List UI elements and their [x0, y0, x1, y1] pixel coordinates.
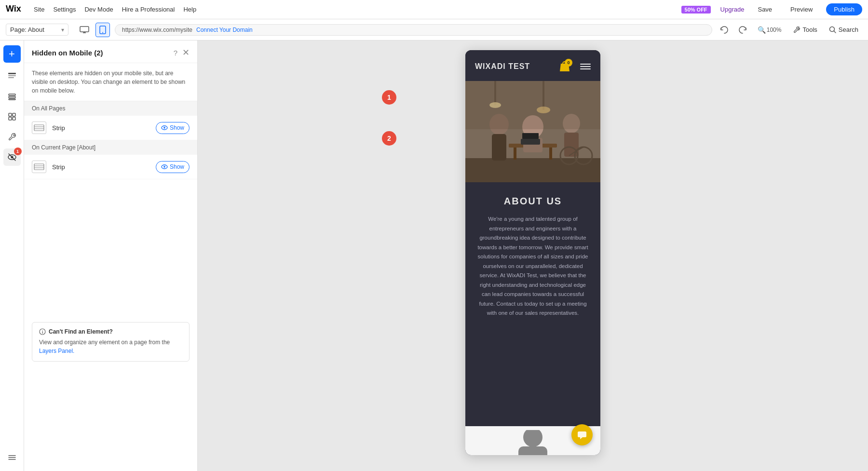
- url-text: https://www.wix.com/mysite: [122, 27, 192, 33]
- strip-name-1: Strip: [52, 124, 150, 132]
- panel-scroll-area: On All Pages Strip: [24, 101, 197, 471]
- show-button-1[interactable]: Show: [156, 122, 190, 134]
- nav-hire[interactable]: Hire a Professional: [122, 6, 175, 13]
- panel-header: Hidden on Mobile (2) ? ✕: [24, 40, 197, 63]
- svg-text:Wix: Wix: [6, 4, 21, 13]
- show-button-2[interactable]: Show: [156, 161, 190, 173]
- svg-rect-15: [13, 113, 15, 116]
- left-sidebar: +: [0, 40, 24, 471]
- section-current-page: On Current Page [About]: [24, 140, 197, 155]
- mobile-hero-image: [465, 81, 600, 182]
- device-icons: [76, 23, 110, 37]
- menu-bar-3: [580, 68, 591, 69]
- menu-bar-1: [580, 64, 591, 65]
- badge-2: 2: [382, 131, 396, 146]
- tools-button[interactable]: Tools: [789, 24, 821, 36]
- layers-panel-link[interactable]: Layers Panel.: [39, 348, 74, 354]
- show-label-1: Show: [170, 124, 184, 131]
- strip-element-icon-2: [32, 161, 46, 173]
- panel-description: These elements are hidden on your mobile…: [24, 63, 197, 101]
- sidebar-item-layers[interactable]: [3, 88, 21, 105]
- svg-rect-52: [522, 133, 539, 139]
- help-icon[interactable]: ?: [174, 49, 177, 57]
- mobile-icon[interactable]: [95, 23, 110, 37]
- svg-rect-41: [465, 158, 600, 182]
- chat-button[interactable]: [571, 424, 593, 445]
- svg-rect-51: [521, 139, 540, 145]
- svg-rect-24: [34, 125, 44, 131]
- svg-rect-9: [8, 75, 16, 76]
- hidden-badge: 1: [14, 148, 22, 155]
- connect-domain-link[interactable]: Connect Your Domain: [196, 27, 253, 33]
- sidebar-item-hidden[interactable]: 1: [3, 148, 21, 166]
- strip-item-current-page: Strip Show: [24, 155, 197, 179]
- mobile-about-section: ABOUT US We're a young and talented grou…: [465, 182, 600, 426]
- toolbar-right: 🔍 100% Tools Search: [717, 24, 862, 36]
- page-selector[interactable]: Page: About ▾: [6, 24, 68, 36]
- menu-bar-2: [580, 66, 591, 67]
- add-element-button[interactable]: +: [3, 45, 21, 63]
- save-button[interactable]: Save: [753, 4, 777, 15]
- strip-name-2: Strip: [52, 163, 150, 171]
- svg-point-33: [163, 166, 165, 168]
- svg-rect-46: [492, 134, 506, 161]
- mobile-about-title: ABOUT US: [475, 196, 591, 207]
- sidebar-item-layers-bottom[interactable]: [3, 449, 21, 466]
- url-bar: https://www.wix.com/mysite Connect Your …: [115, 24, 712, 36]
- plus-icon: +: [9, 48, 15, 60]
- mobile-cart-badge: 0: [565, 59, 572, 67]
- svg-rect-57: [465, 81, 600, 129]
- svg-text:i: i: [42, 330, 43, 335]
- sidebar-item-tools[interactable]: [3, 128, 21, 146]
- mobile-header-icons: 0: [557, 59, 591, 74]
- preview-button[interactable]: Preview: [786, 4, 817, 15]
- nav-help[interactable]: Help: [183, 6, 196, 13]
- main-area: +: [0, 40, 868, 471]
- publish-button[interactable]: Publish: [826, 3, 862, 15]
- badge-1: 1: [382, 90, 396, 105]
- svg-point-58: [523, 430, 542, 447]
- upgrade-badge: 50% OFF: [681, 6, 711, 13]
- svg-rect-16: [9, 117, 12, 120]
- undo-button[interactable]: [717, 24, 732, 36]
- search-label: Search: [839, 26, 858, 33]
- section-all-pages: On All Pages: [24, 101, 197, 116]
- panel-title: Hidden on Mobile (2): [32, 49, 103, 57]
- show-label-2: Show: [170, 163, 184, 170]
- upgrade-link[interactable]: Upgrade: [720, 6, 745, 13]
- svg-rect-59: [518, 446, 547, 455]
- close-icon[interactable]: ✕: [182, 47, 190, 58]
- cant-find-title: i Can't Find an Element?: [39, 328, 182, 335]
- nav-site[interactable]: Site: [34, 6, 44, 13]
- svg-rect-29: [34, 164, 44, 170]
- canvas-area: 2 1 WIXADI TEST 0: [198, 40, 868, 471]
- redo-button[interactable]: [735, 24, 750, 36]
- eye-icon-1: [161, 124, 168, 132]
- chevron-down-icon: ▾: [61, 27, 64, 33]
- sidebar-item-blog[interactable]: [3, 67, 21, 85]
- hidden-elements-panel: Hidden on Mobile (2) ? ✕ These elements …: [24, 40, 198, 471]
- svg-line-7: [834, 31, 836, 33]
- panel-header-icons: ? ✕: [174, 47, 190, 58]
- strip-item-all-pages: Strip Show: [24, 116, 197, 140]
- svg-rect-17: [13, 117, 15, 120]
- svg-rect-8: [8, 73, 16, 74]
- strip-item-all-pages-wrapper: Strip Show 2: [24, 116, 197, 140]
- svg-rect-10: [8, 77, 14, 78]
- mobile-cart[interactable]: 0: [557, 59, 572, 74]
- nav-devmode[interactable]: Dev Mode: [84, 6, 113, 13]
- search-button[interactable]: Search: [825, 24, 862, 36]
- mobile-menu-toggle[interactable]: [580, 64, 591, 69]
- desktop-icon[interactable]: [76, 24, 93, 36]
- nav-settings[interactable]: Settings: [53, 6, 76, 13]
- svg-point-28: [163, 127, 165, 129]
- svg-rect-50: [564, 133, 579, 157]
- footer-person-silhouette: [504, 430, 562, 455]
- top-nav: Wix Site Settings Dev Mode Hire a Profes…: [0, 0, 868, 19]
- zoom-level: 100%: [767, 27, 782, 33]
- zoom-display: 🔍 100%: [754, 24, 786, 36]
- sidebar-item-design[interactable]: [3, 108, 21, 125]
- eye-icon-2: [161, 163, 168, 171]
- cant-find-box: i Can't Find an Element? View and organi…: [32, 322, 190, 362]
- svg-rect-44: [549, 148, 552, 160]
